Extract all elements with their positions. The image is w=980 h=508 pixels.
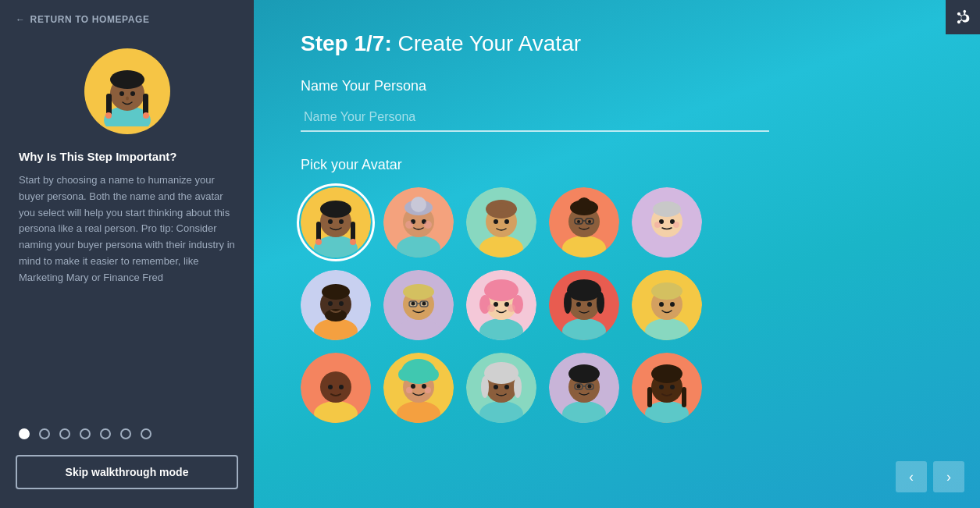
selected-avatar-circle	[84, 48, 170, 134]
svg-point-87	[587, 302, 592, 307]
skip-walkthrough-button[interactable]: Skip walkthrough mode	[16, 455, 238, 489]
svg-point-33	[494, 219, 498, 224]
avatar-14[interactable]	[549, 353, 619, 423]
avatar-4[interactable]	[549, 187, 619, 258]
return-arrow-icon: ←	[16, 14, 26, 25]
hubspot-logo	[946, 0, 980, 34]
main-content: Step 1/7: Create Your Avatar Name Your P…	[254, 0, 980, 508]
svg-point-108	[425, 387, 431, 393]
avatar-3[interactable]	[466, 187, 536, 258]
avatar-6[interactable]	[301, 270, 371, 340]
svg-rect-130	[647, 387, 652, 407]
svg-point-85	[597, 292, 604, 314]
svg-point-113	[481, 376, 489, 398]
progress-dots	[0, 413, 254, 455]
avatar-1[interactable]	[301, 187, 371, 258]
svg-point-49	[653, 201, 681, 217]
persona-name-input[interactable]	[301, 104, 769, 132]
svg-point-98	[339, 385, 344, 389]
sidebar-info: Why Is This Step Important? Start by cho…	[0, 150, 254, 413]
next-button[interactable]: ›	[933, 461, 964, 492]
svg-point-45	[588, 220, 591, 223]
svg-point-9	[126, 97, 129, 101]
svg-point-60	[339, 301, 344, 306]
progress-dot-7[interactable]	[141, 428, 151, 439]
return-label: RETURN TO HOMEPAGE	[30, 14, 150, 25]
svg-point-53	[673, 222, 679, 228]
prev-button[interactable]: ‹	[896, 461, 927, 492]
svg-point-34	[504, 219, 509, 224]
svg-point-116	[504, 385, 509, 389]
svg-rect-4	[143, 94, 148, 115]
svg-point-57	[322, 284, 350, 300]
svg-point-6	[143, 112, 149, 119]
svg-point-97	[328, 385, 333, 389]
avatar-13[interactable]	[466, 353, 536, 423]
svg-point-64	[403, 284, 434, 300]
svg-rect-131	[682, 387, 686, 407]
sidebar: ← RETURN TO HOMEPAGE	[0, 0, 254, 508]
why-body: Start by choosing a name to humanize you…	[19, 172, 235, 286]
pick-avatar-label: Pick your Avatar	[301, 157, 933, 173]
avatar-8[interactable]	[466, 270, 536, 340]
svg-point-58	[325, 309, 347, 321]
return-to-homepage-link[interactable]: ← RETURN TO HOMEPAGE	[16, 14, 238, 25]
progress-dot-4[interactable]	[80, 428, 91, 439]
step-title: Step 1/7: Create Your Avatar	[301, 31, 933, 56]
avatar-7[interactable]	[383, 270, 454, 340]
svg-point-17	[350, 239, 356, 245]
svg-point-106	[422, 384, 426, 389]
svg-point-68	[412, 302, 415, 306]
svg-point-78	[487, 304, 495, 312]
avatar-10[interactable]	[632, 270, 702, 340]
svg-point-112	[484, 362, 519, 384]
svg-point-91	[651, 282, 682, 300]
svg-point-125	[588, 385, 592, 389]
svg-point-84	[564, 292, 572, 314]
svg-point-129	[651, 364, 682, 383]
avatar-grid	[301, 187, 933, 423]
svg-point-69	[422, 302, 426, 306]
svg-point-92	[659, 302, 664, 307]
svg-point-107	[406, 387, 412, 393]
svg-point-27	[405, 221, 413, 229]
svg-point-86	[576, 302, 581, 307]
svg-point-96	[320, 371, 351, 403]
svg-point-28	[424, 221, 432, 229]
name-persona-label: Name Your Persona	[301, 78, 933, 94]
svg-point-35	[495, 203, 508, 212]
svg-point-133	[670, 385, 675, 389]
avatar-12[interactable]	[383, 353, 454, 423]
progress-dot-1[interactable]	[19, 428, 30, 439]
why-title: Why Is This Step Important?	[19, 150, 235, 163]
svg-point-40	[577, 197, 591, 211]
progress-dot-5[interactable]	[100, 428, 111, 439]
svg-point-2	[110, 70, 144, 89]
svg-point-120	[568, 364, 600, 383]
svg-point-19	[339, 219, 344, 224]
svg-point-79	[508, 304, 515, 312]
progress-dot-6[interactable]	[120, 428, 131, 439]
svg-point-24	[411, 197, 426, 212]
progress-dot-3[interactable]	[59, 428, 70, 439]
avatar-5[interactable]	[632, 187, 702, 258]
avatar-15[interactable]	[632, 353, 702, 423]
svg-rect-3	[106, 94, 112, 115]
sidebar-avatar-display	[0, 48, 254, 134]
svg-point-5	[105, 112, 112, 119]
svg-point-52	[654, 222, 661, 228]
svg-point-105	[411, 384, 415, 389]
step-number: Step 1/7:	[301, 31, 392, 55]
svg-point-73	[484, 279, 519, 301]
avatar-2[interactable]	[383, 187, 454, 258]
avatar-9[interactable]	[549, 270, 619, 340]
svg-point-44	[577, 220, 580, 223]
svg-point-8	[130, 91, 135, 96]
progress-dot-2[interactable]	[39, 428, 50, 439]
svg-point-104	[426, 368, 439, 381]
avatar-11[interactable]	[301, 353, 371, 423]
svg-point-114	[514, 376, 522, 398]
svg-point-7	[119, 91, 124, 96]
svg-point-16	[315, 239, 322, 245]
svg-point-115	[494, 385, 498, 389]
